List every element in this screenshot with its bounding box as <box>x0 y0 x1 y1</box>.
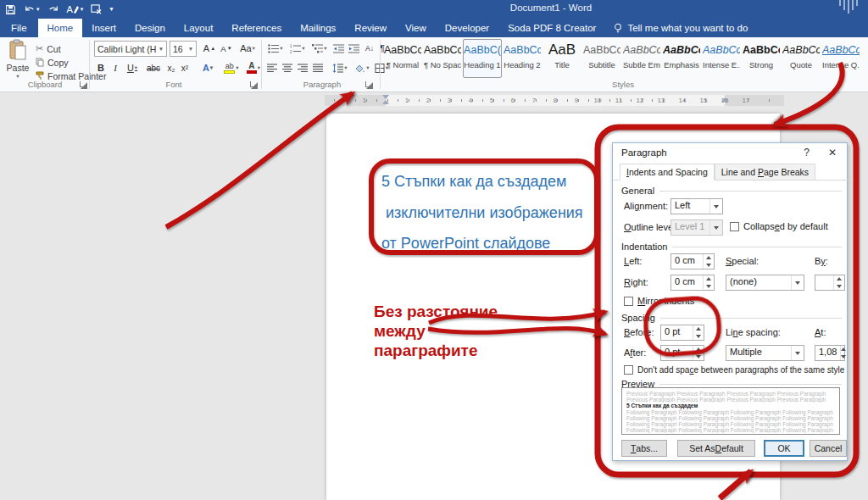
tab-insert[interactable]: Insert <box>82 19 125 37</box>
multilevel-list-button[interactable]: ▾ <box>309 41 330 56</box>
ok-button[interactable]: OK <box>764 440 804 457</box>
by-spinner[interactable] <box>815 275 845 291</box>
highlight-color-button[interactable]: ab▾ <box>220 60 242 75</box>
dialog-close-icon[interactable]: ✕ <box>828 147 837 158</box>
alignment-combo[interactable]: Left <box>670 198 723 214</box>
tab-indents-and-spacing[interactable]: Indents and Spacing <box>620 164 715 181</box>
tabs-button[interactable]: Tabs... <box>621 440 667 457</box>
grow-font-button[interactable]: A▲ <box>202 41 217 56</box>
copy-button[interactable]: Copy <box>36 56 69 69</box>
change-case-button[interactable]: Aa▾ <box>237 41 258 56</box>
right-indent-marker[interactable] <box>721 97 728 102</box>
shrink-font-button[interactable]: A▼ <box>219 41 234 56</box>
by-label: By: <box>815 256 828 266</box>
style-pen-icon[interactable]: A▾ <box>67 2 84 17</box>
increase-indent-button[interactable] <box>347 41 360 56</box>
tab-file[interactable]: File <box>0 19 38 37</box>
font-color-button[interactable]: A▾ <box>244 60 263 75</box>
align-left-button[interactable] <box>265 60 279 75</box>
style-normal[interactable]: AaBbCcDc¶ Normal <box>383 39 422 78</box>
line-spacing-button[interactable]: ▾ <box>330 60 350 75</box>
touch-mouse-mode-icon[interactable] <box>91 4 102 14</box>
numbering-button[interactable]: 12▾ <box>287 41 308 56</box>
outline-level-combo[interactable]: Level 1 <box>670 219 723 236</box>
dont-add-space-checkbox[interactable]: Don't add space between paragraphs of th… <box>624 365 844 375</box>
document-heading-text[interactable]: 5 Стъпки как да създадем изключителни из… <box>381 166 583 259</box>
font-size-dropdown-icon[interactable]: ▼ <box>186 46 196 52</box>
at-spinner[interactable]: 1,08 <box>815 345 845 361</box>
style-emphasis[interactable]: AaBbCcDtEmphasis <box>662 39 701 78</box>
cut-button[interactable]: ✂ Cut <box>36 42 61 55</box>
bullets-button[interactable]: ▾ <box>265 41 286 56</box>
set-as-default-button[interactable]: Set As Default <box>677 440 755 457</box>
style-intense-emphasis[interactable]: AaBbCcDtIntense E... <box>702 39 741 78</box>
style-pen-dropdown-icon[interactable]: ▾ <box>81 2 84 17</box>
text-effects-button[interactable]: A▾ <box>197 60 219 75</box>
collapsed-by-default-checkbox[interactable]: Collapsed by default <box>730 221 828 231</box>
after-spinner[interactable]: 0 pt <box>660 345 704 361</box>
style-subtitle[interactable]: AaBbCcDSubtitle <box>582 39 621 78</box>
undo-icon[interactable]: ▾ <box>24 2 40 17</box>
hanging-indent-marker[interactable] <box>382 100 389 104</box>
special-combo[interactable]: (none) <box>726 275 804 291</box>
tab-mailings[interactable]: Mailings <box>291 19 345 37</box>
tab-layout[interactable]: Layout <box>175 19 223 37</box>
indent-right-spinner[interactable]: 0 cm <box>670 275 715 291</box>
alignment-dropdown-icon[interactable] <box>709 199 722 214</box>
tab-references[interactable]: References <box>222 19 291 37</box>
tab-design[interactable]: Design <box>125 19 175 37</box>
style-no-spacing[interactable]: AaBbCcDc¶ No Spac... <box>423 39 462 78</box>
align-center-button[interactable] <box>281 60 294 75</box>
mirror-indents-checkbox[interactable]: Mirror indents <box>624 296 694 306</box>
customize-qat-icon[interactable]: ▾ <box>109 2 113 17</box>
tab-review[interactable]: Review <box>345 19 396 37</box>
outline-dropdown-icon[interactable] <box>709 220 722 235</box>
style-strong[interactable]: AaBbCcDcStrong <box>742 39 781 78</box>
superscript-button[interactable]: x² <box>178 60 192 75</box>
paste-dropdown-icon[interactable]: ▾ <box>3 73 32 80</box>
style-heading1[interactable]: AaBbC(Heading 1 <box>463 39 502 78</box>
italic-button[interactable]: I <box>110 60 120 75</box>
tab-soda-pdf[interactable]: Soda PDF 8 Creator <box>498 19 605 37</box>
line-spacing-combo[interactable]: Multiple <box>726 345 804 361</box>
clipboard-dialog-launcher[interactable] <box>79 81 87 89</box>
undo-dropdown-icon[interactable]: ▾ <box>36 2 40 17</box>
decrease-indent-button[interactable] <box>331 41 345 56</box>
after-up-icon <box>693 346 704 353</box>
indent-left-spinner[interactable]: 0 cm <box>670 253 715 269</box>
align-right-button[interactable] <box>296 60 309 75</box>
style-subtle-emphasis[interactable]: AaBbCcDtSubtle Em... <box>622 39 661 78</box>
bold-button[interactable]: B <box>95 60 107 75</box>
first-line-indent-marker[interactable] <box>382 95 389 99</box>
style-quote[interactable]: AaBbCcDtQuote <box>782 39 821 78</box>
line-spacing-dropdown-icon[interactable] <box>791 346 804 360</box>
tab-developer[interactable]: Developer <box>436 19 498 37</box>
tell-me-box[interactable]: Tell me what you want to do <box>605 19 756 37</box>
strikethrough-button[interactable]: abc <box>144 60 163 75</box>
tab-view[interactable]: View <box>396 19 436 37</box>
style-heading2[interactable]: AaBbCcDHeading 2 <box>503 39 542 78</box>
justify-button[interactable] <box>311 60 325 75</box>
tab-line-and-page-breaks[interactable]: Line and Page Breaks <box>715 164 815 181</box>
underline-button[interactable]: U▾ <box>124 60 141 75</box>
font-dialog-launcher[interactable] <box>249 81 258 89</box>
dialog-help-icon[interactable]: ? <box>804 147 810 158</box>
sort-button[interactable]: A↓ <box>362 41 377 56</box>
special-dropdown-icon[interactable] <box>791 275 804 290</box>
font-size-combo[interactable]: 16▼ <box>170 41 197 57</box>
save-icon[interactable] <box>5 4 16 15</box>
lightbulb-icon <box>614 23 622 34</box>
before-spinner[interactable]: 0 pt <box>660 325 704 341</box>
subscript-button[interactable]: x₂ <box>164 60 178 75</box>
after-label: After: <box>624 347 646 358</box>
cancel-button[interactable]: Cancel <box>810 440 847 457</box>
redo-icon[interactable] <box>47 4 59 14</box>
paragraph-dialog-titlebar[interactable]: Paragraph ? ✕ <box>613 143 847 164</box>
paragraph-dialog-launcher[interactable] <box>364 81 373 89</box>
style-intense-quote[interactable]: AaBbCcDtIntense Q... <box>821 39 860 78</box>
style-title[interactable]: AaBTitle <box>542 39 581 78</box>
tab-home[interactable]: Home <box>38 19 83 37</box>
shading-button[interactable]: ▾ <box>352 60 372 75</box>
font-name-dropdown-icon[interactable]: ▼ <box>156 46 166 52</box>
font-name-combo[interactable]: Calibri Light (H▼ <box>94 41 167 57</box>
